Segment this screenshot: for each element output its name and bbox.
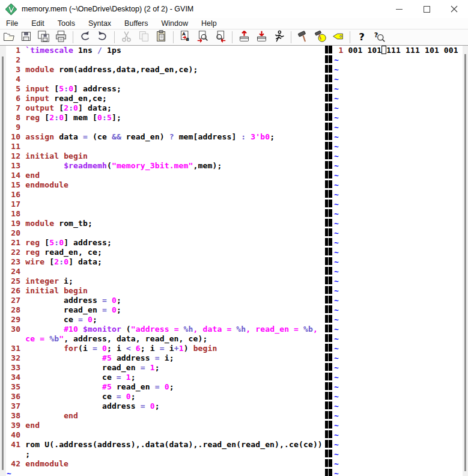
code-segment: read_en) [121, 132, 169, 141]
menu-file[interactable]: File [0, 18, 25, 29]
left-code-row: 4 [7, 75, 325, 84]
find-help-icon: ? [373, 30, 386, 45]
code-segment: [ [54, 103, 64, 112]
left-code-row: 2 [7, 55, 325, 65]
tilde: ~ [334, 161, 339, 170]
code-segment: 0 [88, 315, 93, 324]
tilde: ~ [334, 440, 339, 449]
line-number: 40 [7, 430, 25, 440]
line-number: 20 [7, 228, 25, 238]
code-segment: 001 101 [348, 46, 381, 55]
svg-text:B: B [186, 37, 189, 42]
vertical-split-separator[interactable] [325, 46, 332, 476]
toolbar-help-button[interactable]: ? [354, 30, 370, 44]
left-code-row: 1 `timescale 1ns / 1ps [7, 46, 325, 55]
toolbar-make-button[interactable] [295, 30, 311, 44]
line-number: 38 [7, 411, 25, 421]
toolbar-redo-button[interactable] [94, 30, 111, 44]
undo-icon [79, 30, 91, 45]
toolbar: AB?? [0, 29, 468, 46]
find-prev-icon [214, 30, 226, 45]
code-segment: = [141, 363, 145, 372]
toolbar-session-save-button[interactable] [254, 30, 270, 44]
tilde: ~ [334, 373, 339, 382]
toolbar-run-ctags-button[interactable] [312, 30, 329, 44]
toolbar-undo-button[interactable] [77, 30, 93, 44]
menu-window[interactable]: Window [154, 18, 194, 29]
left-scrollbar-thumb[interactable] [2, 56, 4, 470]
menu-syntax[interactable]: Syntax [82, 18, 118, 29]
tilde: ~ [334, 411, 339, 420]
right-code-row: ~ [334, 459, 463, 469]
code-segment: module [25, 65, 54, 74]
memory-text-window[interactable]: 1 001 101111 111 101 001~~~~~~~~~~~~~~~~… [334, 46, 463, 476]
toolbar-session-load-button[interactable] [236, 30, 252, 44]
left-code-row: 24 [7, 267, 325, 276]
toolbar-find-next-button[interactable] [195, 30, 211, 44]
right-scrollbar-thumb[interactable] [464, 54, 466, 471]
right-code-row: ~ [334, 65, 463, 75]
left-code-row: 38 end [7, 411, 325, 421]
code-segment [160, 382, 165, 391]
right-code-row: ~ [334, 123, 463, 132]
menu-tools[interactable]: Tools [51, 18, 82, 29]
right-code-row: ~ [334, 161, 463, 171]
left-code-row: 21 reg [5:0] address; [7, 238, 325, 248]
tilde: ~ [334, 209, 339, 218]
code-segment [97, 344, 102, 353]
toolbar-run-script-button[interactable] [271, 30, 287, 44]
code-segment: %h [236, 325, 246, 334]
left-code-row: ce = %b", address, data, read_en, ce); [7, 334, 325, 344]
source-text-window[interactable]: 1 `timescale 1ns / 1ps2 3 module rom(add… [7, 46, 325, 476]
toolbar-tag-jump-button[interactable] [330, 30, 346, 44]
code-segment [25, 382, 102, 391]
toolbar-find-help-button[interactable]: ? [371, 30, 387, 44]
code-segment: module [25, 219, 54, 228]
left-code-row: 17 [7, 200, 325, 209]
code-segment: $monitor [83, 325, 121, 334]
maximize-button[interactable] [413, 0, 440, 18]
menu-edit[interactable]: Edit [25, 18, 51, 29]
toolbar-find-prev-button[interactable] [212, 30, 228, 44]
line-number: 17 [7, 200, 25, 209]
line-number: 14 [7, 171, 25, 180]
code-segment: rom_tb; [54, 219, 93, 228]
code-segment: 0 [150, 401, 155, 410]
left-scrollbar[interactable] [0, 46, 6, 476]
tilde: ~ [334, 228, 339, 237]
toolbar-save-all-button[interactable] [35, 30, 52, 44]
right-code-row: ~ [334, 84, 463, 94]
code-segment: address [25, 296, 102, 305]
right-scrollbar[interactable] [463, 46, 468, 476]
toolbar-print-button[interactable] [53, 30, 69, 44]
line-number: 28 [7, 305, 25, 315]
code-segment: = [117, 373, 121, 382]
menu-buffers[interactable]: Buffers [118, 18, 154, 29]
svg-text:A: A [182, 31, 186, 36]
code-segment: ; [270, 132, 275, 141]
code-segment: ; [25, 450, 30, 459]
right-code-row: ~ [334, 421, 463, 430]
menu-help[interactable]: Help [195, 18, 223, 29]
code-segment: read_en [112, 382, 155, 391]
titlebar: memory.mem (~\OneDrive\Desktop) (2 of 2)… [0, 0, 468, 18]
code-segment: 3'b0 [251, 132, 270, 141]
left-code-row: 3 module rom(address,data,read_en,ce); [7, 65, 325, 75]
code-segment: input [25, 84, 49, 93]
toolbar-save-button[interactable] [18, 30, 34, 44]
close-button[interactable] [440, 0, 468, 18]
toolbar-find-replace-button[interactable]: AB [177, 30, 193, 44]
code-segment: read_en [25, 363, 140, 372]
right-code-row: ~ [334, 469, 463, 476]
help-icon: ? [356, 30, 368, 45]
line-number: 25 [7, 276, 25, 286]
code-segment: initial [25, 151, 59, 160]
toolbar-open-button[interactable] [1, 30, 17, 44]
code-segment: read_en,ce; [49, 94, 107, 103]
toolbar-paste-button[interactable] [153, 30, 169, 44]
minimize-button[interactable] [385, 0, 413, 18]
left-code-row: 22 reg read_en, ce; [7, 248, 325, 257]
code-segment: %h [184, 325, 193, 334]
code-segment: read_en, ce; [40, 248, 102, 257]
code-segment: endmodule [25, 459, 68, 468]
